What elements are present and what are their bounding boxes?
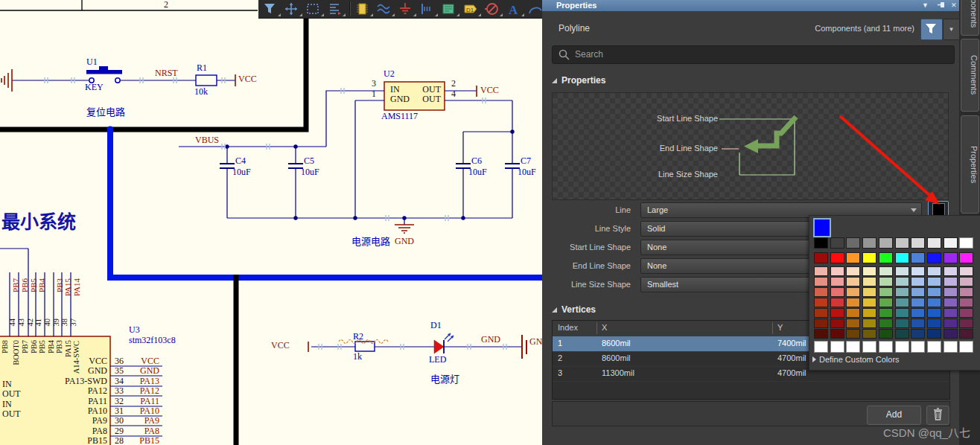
color-swatch[interactable] xyxy=(944,341,958,353)
caption[interactable]: 最小系统 xyxy=(1,217,98,227)
panel-tab-properties[interactable]: Properties xyxy=(961,115,979,214)
color-swatch[interactable] xyxy=(944,266,958,276)
color-swatch[interactable] xyxy=(911,318,925,328)
color-swatch[interactable] xyxy=(879,237,893,249)
color-swatch[interactable] xyxy=(911,287,925,297)
color-swatch[interactable] xyxy=(944,287,958,297)
value[interactable]: 10uF xyxy=(468,167,494,177)
part-name[interactable]: LED xyxy=(429,355,454,365)
color-swatch[interactable] xyxy=(927,298,941,307)
caption[interactable]: 电源灯 xyxy=(430,374,469,384)
color-swatch[interactable] xyxy=(959,237,973,249)
color-swatch[interactable] xyxy=(879,318,893,328)
place-part-tool[interactable] xyxy=(354,1,375,17)
vertex-x[interactable]: 8600mil xyxy=(602,353,631,362)
color-swatch[interactable] xyxy=(862,237,876,249)
part-name[interactable]: AMS1117 xyxy=(381,112,433,121)
color-swatch[interactable] xyxy=(830,266,844,276)
color-swatch[interactable] xyxy=(927,237,941,249)
place-wire-tool[interactable] xyxy=(375,1,396,17)
power-port-label[interactable]: VCC xyxy=(238,74,264,84)
color-swatch[interactable] xyxy=(879,277,893,286)
color-swatch[interactable] xyxy=(846,308,860,318)
pin-name[interactable]: OUT xyxy=(2,389,26,399)
vertex-y[interactable]: 7400mil xyxy=(777,339,806,348)
color-swatch[interactable] xyxy=(830,341,844,353)
add-vertex-button[interactable]: Add xyxy=(867,406,921,425)
net-label[interactable]: NRST xyxy=(155,68,186,78)
annotate-tool[interactable]: D1 xyxy=(462,1,483,17)
color-swatch[interactable] xyxy=(959,329,973,339)
color-swatch[interactable] xyxy=(927,252,941,263)
pin-number[interactable]: 3 xyxy=(369,79,378,89)
color-swatch[interactable] xyxy=(814,287,828,297)
color-swatch[interactable] xyxy=(830,298,844,307)
net-label[interactable]: PB15 xyxy=(131,436,159,445)
color-swatch[interactable] xyxy=(944,308,958,318)
color-swatch[interactable] xyxy=(830,329,844,339)
pin-name[interactable]: A14-SWC xyxy=(71,341,81,382)
value[interactable]: 10uF xyxy=(232,167,258,177)
color-swatch[interactable] xyxy=(959,287,973,297)
caption[interactable]: 复位电路 xyxy=(86,107,139,117)
vertex-x[interactable]: 11300mil xyxy=(602,368,634,377)
color-swatch[interactable] xyxy=(895,287,909,297)
color-swatch[interactable] xyxy=(927,341,941,353)
color-swatch[interactable] xyxy=(959,341,973,353)
net-label[interactable]: PA9 xyxy=(131,416,159,426)
color-swatch[interactable] xyxy=(944,318,958,328)
net-label[interactable]: PB4 xyxy=(37,278,47,304)
color-swatch[interactable] xyxy=(830,277,844,286)
color-swatch[interactable] xyxy=(879,341,893,353)
col-x[interactable]: X xyxy=(602,323,607,332)
section-vertices[interactable]: Vertices xyxy=(552,304,596,315)
part-name[interactable]: stm32f103c8 xyxy=(129,336,196,345)
color-swatch[interactable] xyxy=(927,308,941,318)
color-swatch[interactable] xyxy=(846,252,860,263)
designator[interactable]: C7 xyxy=(521,156,541,166)
color-swatch[interactable] xyxy=(830,287,844,297)
designator[interactable]: U1 xyxy=(86,57,109,67)
define-custom-colors[interactable]: Define Custom Colors xyxy=(812,355,900,364)
color-swatch[interactable] xyxy=(862,329,876,339)
color-swatch[interactable] xyxy=(927,266,941,276)
pin-name[interactable]: PB8 xyxy=(0,340,10,377)
value[interactable]: 10uF xyxy=(518,167,542,177)
color-swatch[interactable] xyxy=(846,266,860,276)
color-swatch[interactable] xyxy=(911,308,925,318)
color-swatch[interactable] xyxy=(911,277,925,286)
color-swatch[interactable] xyxy=(927,318,941,328)
pin-name[interactable]: GND xyxy=(390,95,416,104)
designator[interactable]: C5 xyxy=(304,156,325,166)
designator[interactable]: U2 xyxy=(384,69,406,79)
color-swatch[interactable] xyxy=(862,266,876,276)
pin-name[interactable]: PA9 xyxy=(43,416,107,426)
vertex-y[interactable]: 4700mil xyxy=(777,368,806,377)
select-area-tool[interactable] xyxy=(305,1,325,17)
filter-dropdown-button[interactable]: ▼ xyxy=(943,19,960,40)
designator[interactable]: C6 xyxy=(471,156,492,166)
pin-number[interactable]: 30 xyxy=(112,416,127,426)
color-swatch[interactable] xyxy=(895,318,909,328)
color-swatch[interactable] xyxy=(879,298,893,307)
color-swatch[interactable] xyxy=(911,329,925,339)
color-swatch[interactable] xyxy=(895,237,909,249)
power-port-label[interactable]: GND xyxy=(395,237,421,246)
color-swatch[interactable] xyxy=(862,341,876,353)
place-text-tool[interactable]: A xyxy=(505,1,526,17)
pin-number[interactable]: 28 xyxy=(112,436,127,445)
color-swatch[interactable] xyxy=(959,318,973,328)
place-power-port-tool[interactable] xyxy=(397,1,418,17)
color-swatch[interactable] xyxy=(814,298,828,307)
color-swatch[interactable] xyxy=(895,298,909,307)
color-swatch[interactable] xyxy=(959,298,973,307)
color-swatch[interactable] xyxy=(846,341,860,353)
color-swatch[interactable] xyxy=(879,252,893,263)
pin-icon[interactable] xyxy=(938,1,946,9)
color-swatch[interactable] xyxy=(846,287,860,297)
color-swatch[interactable] xyxy=(879,266,893,276)
color-swatch[interactable] xyxy=(879,308,893,318)
panel-tab-comments[interactable]: Comments xyxy=(961,39,979,112)
color-swatch[interactable] xyxy=(944,298,958,307)
power-port-label[interactable]: VCC xyxy=(480,86,506,95)
